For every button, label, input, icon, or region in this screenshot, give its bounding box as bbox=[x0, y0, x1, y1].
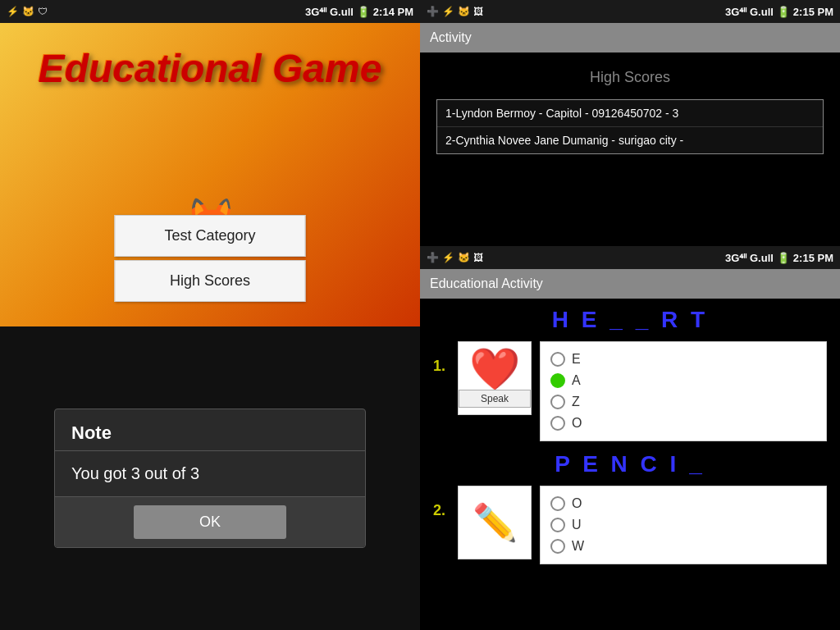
network-indicator: 3G⁴ᴵᴵ G.ull bbox=[305, 6, 354, 18]
pencil-image-container: ✏️ bbox=[458, 486, 532, 559]
choice-2-u[interactable]: U bbox=[550, 514, 816, 536]
right-bottom-status-right: 3G⁴ᴵᴵ G.ull 🔋 2:15 PM bbox=[725, 252, 833, 264]
note-dialog: Note You got 3 out of 3 OK bbox=[54, 409, 366, 548]
question-row-2: 2. ✏️ O U W bbox=[433, 486, 827, 564]
left-status-right: 3G⁴ᴵᴵ G.ull 🔋 2:14 PM bbox=[305, 6, 413, 18]
test-category-button[interactable]: Test Category bbox=[114, 215, 305, 257]
speak-button-1[interactable]: Speak bbox=[459, 390, 531, 408]
note-section: Note You got 3 out of 3 OK bbox=[0, 326, 420, 630]
choice-label-e: E bbox=[572, 352, 581, 367]
left-panel: ⚡ 🐱 🛡 3G⁴ᴵᴵ G.ull 🔋 2:14 PM Educational … bbox=[0, 0, 420, 630]
choice-1-a[interactable]: A bbox=[550, 370, 816, 391]
left-status-icons: ⚡ 🐱 🛡 bbox=[7, 6, 48, 17]
choices-box-1: E A Z O bbox=[540, 341, 827, 441]
edu-activity-content: H E _ _ R T 1. ❤️ Speak E A bbox=[420, 299, 840, 630]
heart-image: ❤️ bbox=[469, 349, 520, 390]
cat-icon3: 🐱 bbox=[458, 252, 470, 263]
activity-label: Activity bbox=[430, 30, 472, 45]
network-indicator3: 3G⁴ᴵᴵ G.ull bbox=[725, 252, 774, 264]
choice-label-o: O bbox=[572, 416, 582, 431]
radio-e[interactable] bbox=[550, 352, 565, 367]
note-title: Note bbox=[55, 409, 365, 451]
choice-label-z: Z bbox=[572, 395, 580, 409]
plus-icon2: ➕ bbox=[427, 252, 439, 263]
radio-2-w[interactable] bbox=[550, 539, 565, 554]
activity-bar: Activity bbox=[420, 23, 840, 52]
note-footer: OK bbox=[55, 496, 365, 547]
time-display2: 2:15 PM bbox=[793, 6, 833, 18]
right-top-status-icons: ➕ ⚡ 🐱 🖼 bbox=[427, 6, 483, 17]
question-number-2: 2. bbox=[433, 486, 450, 519]
usb-icon3: ⚡ bbox=[442, 252, 454, 263]
heart-image-container: ❤️ Speak bbox=[458, 341, 532, 415]
radio-o[interactable] bbox=[550, 416, 565, 431]
ok-button[interactable]: OK bbox=[134, 505, 286, 539]
cat-icon: 🐱 bbox=[22, 6, 34, 17]
high-scores-button[interactable]: High Scores bbox=[114, 260, 305, 302]
choice-2-w[interactable]: W bbox=[550, 536, 816, 557]
battery-icon2: 🔋 bbox=[777, 6, 790, 18]
edu-game-title: Educational Game bbox=[22, 39, 399, 99]
choice-label-2-u: U bbox=[572, 518, 582, 532]
left-status-bar: ⚡ 🐱 🛡 3G⁴ᴵᴵ G.ull 🔋 2:14 PM bbox=[0, 0, 420, 23]
shield-icon: 🛡 bbox=[38, 6, 48, 17]
right-bottom-status-icons: ➕ ⚡ 🐱 🖼 bbox=[427, 252, 483, 263]
choice-1-z[interactable]: Z bbox=[550, 391, 816, 413]
choice-label-2-o: O bbox=[572, 496, 582, 511]
network-indicator2: 3G⁴ᴵᴵ G.ull bbox=[725, 6, 774, 18]
choice-label-2-w: W bbox=[572, 539, 584, 554]
right-top-status-right: 3G⁴ᴵᴵ G.ull 🔋 2:15 PM bbox=[725, 6, 833, 18]
right-bottom-status-bar: ➕ ⚡ 🐱 🖼 3G⁴ᴵᴵ G.ull 🔋 2:15 PM bbox=[420, 246, 840, 269]
menu-buttons: Test Category High Scores bbox=[114, 215, 305, 302]
score-item-2: 2-Cynthia Novee Jane Dumanig - surigao c… bbox=[437, 127, 823, 153]
usb-icon2: ⚡ bbox=[442, 6, 454, 17]
question-number-1: 1. bbox=[433, 341, 450, 375]
edu-activity-section: ➕ ⚡ 🐱 🖼 3G⁴ᴵᴵ G.ull 🔋 2:15 PM Educationa… bbox=[420, 246, 840, 630]
high-scores-section: ➕ ⚡ 🐱 🖼 3G⁴ᴵᴵ G.ull 🔋 2:15 PM Activity H… bbox=[420, 0, 840, 246]
note-message: You got 3 out of 3 bbox=[55, 451, 365, 496]
edu-game-section: Educational Game 🦊 Test Category High Sc… bbox=[0, 23, 420, 326]
high-scores-title: High Scores bbox=[590, 69, 670, 86]
right-top-status-bar: ➕ ⚡ 🐱 🖼 3G⁴ᴵᴵ G.ull 🔋 2:15 PM bbox=[420, 0, 840, 23]
score-item-1: 1-Lyndon Bermoy - Capitol - 09126450702 … bbox=[437, 100, 823, 127]
word-display-1: H E _ _ R T bbox=[433, 307, 827, 333]
edu-activity-bar: Educational Activity bbox=[420, 269, 840, 299]
choice-label-a: A bbox=[572, 373, 581, 388]
choices-box-2: O U W bbox=[540, 486, 827, 564]
radio-2-o[interactable] bbox=[550, 496, 565, 511]
high-scores-content: High Scores 1-Lyndon Bermoy - Capitol - … bbox=[420, 52, 840, 246]
time-display: 2:14 PM bbox=[373, 6, 413, 18]
radio-2-u[interactable] bbox=[550, 518, 565, 532]
radio-z[interactable] bbox=[550, 395, 565, 409]
image-icon: 🖼 bbox=[473, 6, 483, 17]
word-display-2: P E N C I _ bbox=[433, 451, 827, 477]
choice-1-o[interactable]: O bbox=[550, 413, 816, 434]
question-row-1: 1. ❤️ Speak E A Z bbox=[433, 341, 827, 441]
time-display3: 2:15 PM bbox=[793, 252, 833, 264]
usb-icon: ⚡ bbox=[7, 6, 19, 17]
right-panel: ➕ ⚡ 🐱 🖼 3G⁴ᴵᴵ G.ull 🔋 2:15 PM Activity H… bbox=[420, 0, 840, 630]
choice-1-e[interactable]: E bbox=[550, 349, 816, 370]
cat-icon2: 🐱 bbox=[458, 6, 470, 17]
radio-a[interactable] bbox=[550, 373, 565, 388]
plus-icon: ➕ bbox=[427, 6, 439, 17]
score-list: 1-Lyndon Bermoy - Capitol - 09126450702 … bbox=[436, 99, 824, 154]
image-icon2: 🖼 bbox=[473, 252, 483, 263]
choice-2-o[interactable]: O bbox=[550, 493, 816, 514]
battery-icon: 🔋 bbox=[357, 6, 370, 18]
pencil-image: ✏️ bbox=[472, 504, 518, 541]
battery-icon3: 🔋 bbox=[777, 252, 790, 264]
edu-activity-label: Educational Activity bbox=[430, 276, 543, 291]
